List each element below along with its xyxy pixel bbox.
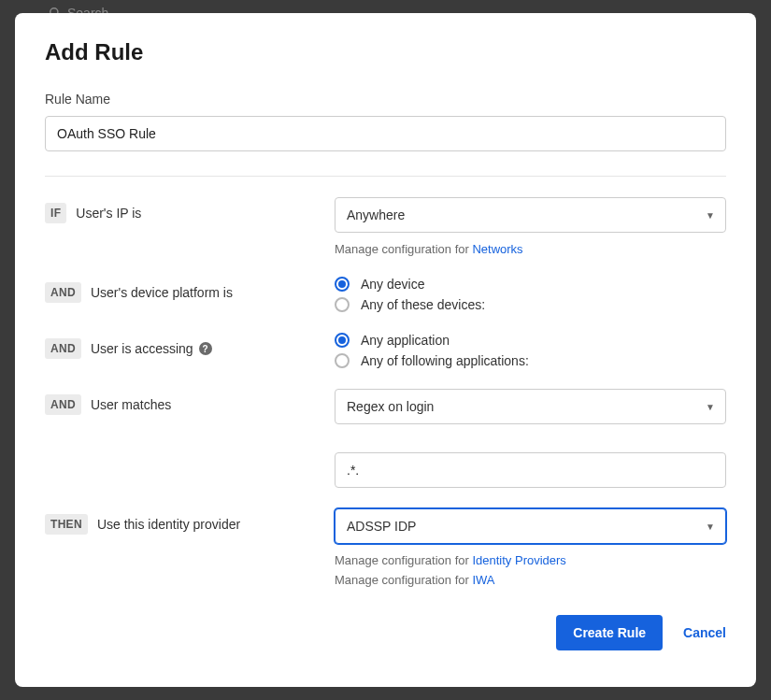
condition-ip-label: User's IP is (76, 206, 141, 221)
rule-name-label: Rule Name (45, 92, 726, 107)
matches-select-wrap: Regex on login ▼ (335, 389, 726, 424)
platform-option-any-label: Any device (361, 277, 424, 292)
idp-hint1-prefix: Manage configuration for (335, 553, 472, 567)
radio-icon (335, 297, 350, 312)
accessing-option-these[interactable]: Any of following applications: (335, 353, 726, 368)
ip-hint-prefix: Manage configuration for (335, 242, 472, 256)
platform-option-these[interactable]: Any of these devices: (335, 297, 726, 312)
idp-hint-1: Manage configuration for Identity Provid… (335, 553, 726, 567)
condition-ip-left: IF User's IP is (45, 197, 335, 223)
matches-select[interactable]: Regex on login (335, 389, 726, 424)
accessing-option-these-label: Any of following applications: (361, 353, 529, 368)
accessing-option-any[interactable]: Any application (335, 333, 726, 348)
condition-then-left: THEN Use this identity provider (45, 508, 335, 535)
accessing-option-any-label: Any application (361, 333, 450, 348)
condition-ip: IF User's IP is Anywhere ▼ Manage config… (45, 197, 726, 256)
idp-select-wrap: ADSSP IDP ▼ (335, 508, 726, 544)
condition-then: THEN Use this identity provider ADSSP ID… (45, 508, 726, 587)
condition-matches: AND User matches Regex on login ▼ (45, 389, 726, 488)
platform-option-these-label: Any of these devices: (361, 297, 485, 312)
regex-input[interactable] (335, 452, 726, 488)
radio-icon (335, 277, 350, 292)
create-rule-button[interactable]: Create Rule (556, 615, 663, 650)
condition-accessing: AND User is accessing ? Any application … (45, 333, 726, 368)
radio-icon (335, 353, 350, 368)
condition-platform-label: User's device platform is (91, 285, 233, 300)
and-badge: AND (45, 394, 81, 415)
then-badge: THEN (45, 514, 88, 535)
condition-platform: AND User's device platform is Any device… (45, 277, 726, 312)
iwa-link[interactable]: IWA (472, 573, 494, 587)
idp-select[interactable]: ADSSP IDP (335, 508, 726, 544)
networks-link[interactable]: Networks (472, 242, 522, 256)
ip-select[interactable]: Anywhere (335, 197, 726, 233)
idp-hint2-prefix: Manage configuration for (335, 573, 472, 587)
modal-title: Add Rule (45, 39, 726, 65)
condition-matches-label: User matches (91, 397, 171, 412)
identity-providers-link[interactable]: Identity Providers (472, 553, 565, 567)
condition-then-label: Use this identity provider (97, 517, 240, 532)
condition-accessing-left: AND User is accessing ? (45, 333, 335, 359)
if-badge: IF (45, 203, 66, 223)
section-divider (45, 176, 726, 177)
modal-footer: Create Rule Cancel (45, 615, 726, 650)
and-badge: AND (45, 338, 81, 359)
and-badge: AND (45, 282, 81, 303)
cancel-button[interactable]: Cancel (683, 625, 726, 640)
ip-hint: Manage configuration for Networks (335, 242, 726, 256)
add-rule-modal: Add Rule Rule Name IF User's IP is Anywh… (15, 13, 756, 687)
help-icon[interactable]: ? (199, 342, 212, 355)
idp-hint-2: Manage configuration for IWA (335, 573, 726, 587)
condition-platform-left: AND User's device platform is (45, 277, 335, 303)
radio-icon (335, 333, 350, 348)
platform-option-any[interactable]: Any device (335, 277, 726, 292)
condition-matches-left: AND User matches (45, 389, 335, 415)
ip-select-wrap: Anywhere ▼ (335, 197, 726, 233)
rule-name-input[interactable] (45, 116, 726, 151)
condition-accessing-label: User is accessing (91, 341, 193, 356)
